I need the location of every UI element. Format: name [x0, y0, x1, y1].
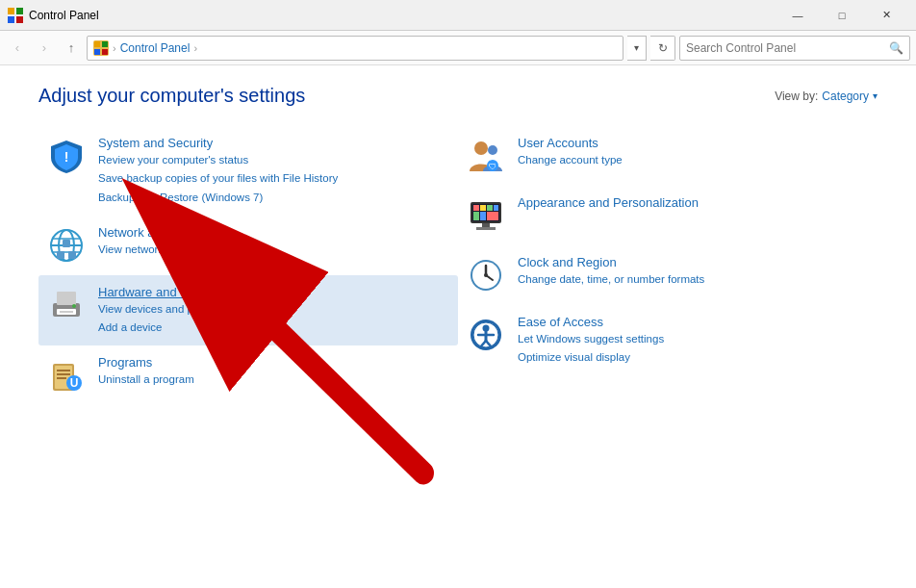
window-title: Control Panel — [29, 9, 776, 22]
svg-rect-39 — [473, 212, 479, 220]
hardware-sub-2[interactable]: Add a device — [98, 320, 224, 336]
window-controls: — □ ✕ — [776, 0, 908, 31]
hardware-icon — [46, 285, 87, 325]
svg-point-29 — [474, 141, 488, 155]
svg-rect-14 — [57, 251, 64, 259]
ease-sub-2[interactable]: Optimize visual display — [518, 349, 664, 366]
view-by-control: View by: Category ▾ — [775, 89, 878, 103]
category-appearance[interactable]: Appearance and Personalization — [458, 186, 878, 245]
category-users[interactable]: 🛡 User Accounts Change account type — [458, 126, 878, 186]
svg-rect-4 — [94, 41, 100, 47]
hardware-text: Hardware and Sound View devices and prin… — [98, 285, 224, 337]
users-text: User Accounts Change account type — [518, 136, 623, 168]
svg-text:🛡: 🛡 — [489, 163, 496, 171]
clock-title[interactable]: Clock and Region — [518, 255, 704, 269]
svg-rect-35 — [473, 205, 479, 211]
svg-rect-18 — [57, 292, 76, 305]
users-title[interactable]: User Accounts — [518, 136, 623, 150]
svg-rect-38 — [494, 205, 498, 211]
svg-rect-6 — [94, 49, 100, 55]
search-input[interactable] — [686, 41, 885, 55]
main-header: Adjust your computer's settings View by:… — [38, 85, 878, 107]
appearance-text: Appearance and Personalization — [518, 195, 699, 210]
main-content: Adjust your computer's settings View by:… — [0, 65, 916, 588]
category-clock[interactable]: Clock and Region Change date, time, or n… — [458, 245, 878, 305]
svg-rect-0 — [8, 8, 14, 14]
view-by-value[interactable]: Category — [822, 89, 869, 103]
network-title[interactable]: Network and Internet — [98, 225, 246, 240]
svg-rect-42 — [482, 223, 490, 227]
svg-rect-3 — [16, 16, 23, 23]
minimize-button[interactable]: — — [776, 0, 820, 31]
path-separator-2: › — [193, 42, 197, 54]
ease-title[interactable]: Ease of Access — [518, 315, 664, 329]
path-icon — [93, 40, 109, 56]
svg-text:U: U — [70, 376, 79, 390]
clock-sub-1[interactable]: Change date, time, or number formats — [518, 271, 704, 288]
up-button[interactable]: ↑ — [60, 37, 83, 60]
maximize-button[interactable]: □ — [820, 0, 864, 31]
programs-sub-1[interactable]: Uninstall a program — [98, 371, 194, 388]
category-hardware[interactable]: Hardware and Sound View devices and prin… — [38, 275, 458, 346]
ease-text: Ease of Access Let Windows suggest setti… — [518, 315, 664, 367]
system-security-icon: ! — [46, 136, 87, 176]
svg-rect-41 — [487, 212, 498, 220]
svg-rect-7 — [102, 49, 108, 55]
category-system-security[interactable]: ! System and Security Review your comput… — [38, 126, 458, 216]
system-security-title[interactable]: System and Security — [98, 136, 338, 150]
page-title: Adjust your computer's settings — [38, 85, 305, 107]
clock-text: Clock and Region Change date, time, or n… — [518, 255, 704, 288]
svg-rect-1 — [16, 8, 23, 14]
category-ease[interactable]: Ease of Access Let Windows suggest setti… — [458, 305, 878, 376]
clock-icon — [466, 255, 506, 295]
category-programs[interactable]: U Programs Uninstall a program — [38, 345, 458, 405]
programs-text: Programs Uninstall a program — [98, 355, 194, 388]
svg-rect-43 — [476, 227, 496, 230]
system-security-sub-3[interactable]: Backup and Restore (Windows 7) — [98, 190, 338, 206]
svg-rect-5 — [102, 41, 108, 47]
view-by-label: View by: — [775, 89, 818, 103]
svg-rect-20 — [60, 311, 73, 313]
path-current: Control Panel — [120, 41, 191, 55]
refresh-button[interactable]: ↻ — [650, 36, 675, 61]
address-path[interactable]: › Control Panel › — [87, 36, 623, 61]
back-button[interactable]: ‹ — [6, 37, 29, 60]
svg-text:!: ! — [64, 149, 69, 165]
svg-rect-16 — [63, 240, 70, 247]
system-security-text: System and Security Review your computer… — [98, 136, 338, 206]
network-text: Network and Internet View network status… — [98, 225, 246, 258]
search-box[interactable]: 🔍 — [679, 36, 910, 61]
svg-rect-40 — [480, 212, 486, 220]
appearance-icon — [466, 195, 506, 236]
right-column: 🛡 User Accounts Change account type — [458, 126, 878, 405]
network-sub-1[interactable]: View network status and tasks — [98, 242, 246, 258]
address-dropdown-button[interactable]: ▾ — [627, 36, 647, 61]
ease-icon — [466, 315, 506, 355]
app-icon — [8, 8, 23, 23]
left-column: ! System and Security Review your comput… — [38, 126, 458, 405]
categories-grid: ! System and Security Review your comput… — [38, 126, 878, 405]
view-by-dropdown-icon[interactable]: ▾ — [873, 90, 878, 101]
svg-rect-25 — [57, 373, 70, 375]
system-security-sub-2[interactable]: Save backup copies of your files with Fi… — [98, 170, 338, 187]
programs-icon: U — [46, 355, 87, 396]
ease-sub-1[interactable]: Let Windows suggest settings — [518, 331, 664, 347]
svg-point-21 — [72, 304, 76, 308]
appearance-title[interactable]: Appearance and Personalization — [518, 195, 699, 210]
svg-rect-24 — [57, 370, 70, 371]
title-bar: Control Panel — □ ✕ — [0, 0, 916, 31]
svg-rect-37 — [487, 205, 493, 211]
hardware-title[interactable]: Hardware and Sound — [98, 285, 224, 299]
forward-button[interactable]: › — [33, 37, 56, 60]
svg-rect-26 — [57, 377, 66, 379]
users-sub-1[interactable]: Change account type — [518, 152, 623, 168]
close-button[interactable]: ✕ — [864, 0, 908, 31]
system-security-sub-1[interactable]: Review your computer's status — [98, 152, 338, 168]
svg-point-30 — [488, 145, 497, 155]
hardware-sub-1[interactable]: View devices and printers — [98, 301, 224, 318]
svg-point-48 — [484, 273, 488, 277]
programs-title[interactable]: Programs — [98, 355, 194, 370]
network-icon — [46, 225, 87, 266]
category-network[interactable]: Network and Internet View network status… — [38, 216, 458, 275]
svg-rect-15 — [68, 251, 76, 259]
